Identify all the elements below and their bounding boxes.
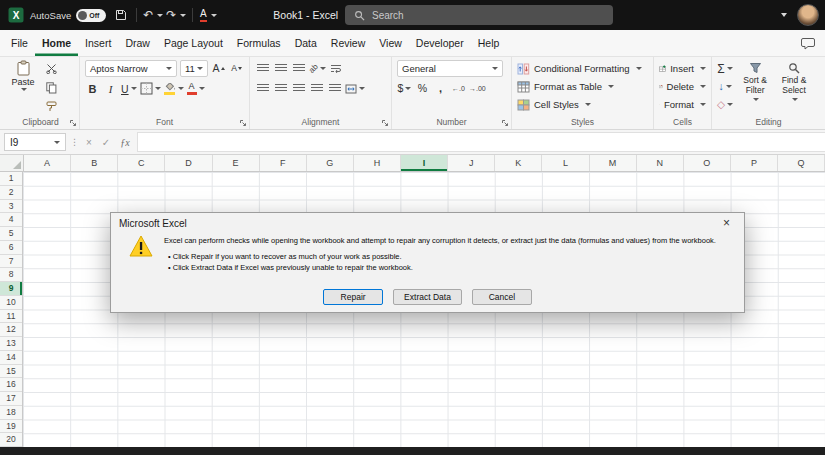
cut-button[interactable] xyxy=(44,60,59,77)
row-header-16[interactable]: 16 xyxy=(0,378,22,392)
menu-tab-data[interactable]: Data xyxy=(288,30,324,56)
center-button[interactable] xyxy=(273,80,288,97)
font-color-qat-button[interactable]: A xyxy=(199,4,217,26)
percent-style-button[interactable]: % xyxy=(415,80,430,97)
menu-tab-draw[interactable]: Draw xyxy=(118,30,157,56)
row-header-4[interactable]: 4 xyxy=(0,213,22,227)
row-header-1[interactable]: 1 xyxy=(0,172,22,186)
formula-input[interactable] xyxy=(137,132,825,152)
row-header-15[interactable]: 15 xyxy=(0,365,22,379)
menu-tab-file[interactable]: File xyxy=(4,30,35,56)
comma-style-button[interactable]: , xyxy=(433,80,448,97)
align-right-button[interactable] xyxy=(291,80,306,97)
row-header-20[interactable]: 20 xyxy=(0,433,22,447)
redo-button[interactable]: ↷ xyxy=(166,4,186,26)
row-header-17[interactable]: 17 xyxy=(0,392,22,406)
cancel-button[interactable]: Cancel xyxy=(472,289,532,305)
italic-button[interactable]: I xyxy=(103,80,118,97)
column-header-m[interactable]: M xyxy=(590,155,637,171)
enter-entry-icon[interactable]: ✓ xyxy=(99,137,113,148)
insert-function-icon[interactable]: ƒx xyxy=(117,137,132,148)
user-avatar[interactable] xyxy=(797,4,819,26)
column-header-b[interactable]: B xyxy=(71,155,118,171)
chevron-down-icon[interactable] xyxy=(54,141,60,144)
font-name-select[interactable]: Aptos Narrow xyxy=(85,60,177,77)
delete-cells-button[interactable]: Delete xyxy=(659,78,706,95)
number-dialog-launcher[interactable] xyxy=(501,119,509,127)
row-header-9[interactable]: 9 xyxy=(0,282,22,296)
ribbon-options-chevron-icon[interactable] xyxy=(781,13,787,17)
clear-button[interactable]: ◇ xyxy=(717,96,733,113)
sort-filter-button[interactable]: Sort & Filter xyxy=(738,60,772,114)
chevron-down-icon[interactable] xyxy=(180,14,186,17)
decrease-indent-button[interactable] xyxy=(309,80,324,97)
format-as-table-button[interactable]: Format as Table xyxy=(517,78,648,95)
menu-tab-formulas[interactable]: Formulas xyxy=(230,30,288,56)
row-header-13[interactable]: 13 xyxy=(0,337,22,351)
column-header-c[interactable]: C xyxy=(118,155,165,171)
name-box-resizer[interactable]: ⋮ xyxy=(70,137,79,147)
dialog-titlebar[interactable]: Microsoft Excel × xyxy=(111,213,744,233)
menu-tab-review[interactable]: Review xyxy=(324,30,372,56)
font-color-button[interactable]: A xyxy=(187,80,205,97)
extract-data-button[interactable]: Extract Data xyxy=(393,289,462,305)
comments-button[interactable] xyxy=(801,36,815,54)
repair-button[interactable]: Repair xyxy=(323,289,383,305)
column-header-d[interactable]: D xyxy=(165,155,212,171)
borders-button[interactable] xyxy=(140,80,161,97)
underline-button[interactable]: U xyxy=(121,80,137,97)
insert-cells-button[interactable]: Insert xyxy=(659,60,706,77)
column-header-k[interactable]: K xyxy=(495,155,542,171)
row-header-19[interactable]: 19 xyxy=(0,420,22,434)
row-header-8[interactable]: 8 xyxy=(0,268,22,282)
font-size-select[interactable]: 11 xyxy=(180,60,208,77)
search-input[interactable]: Search xyxy=(345,5,613,25)
alignment-dialog-launcher[interactable] xyxy=(381,119,389,127)
format-cells-button[interactable]: Format xyxy=(659,96,706,113)
row-header-12[interactable]: 12 xyxy=(0,323,22,337)
row-header-3[interactable]: 3 xyxy=(0,200,22,214)
cell-styles-button[interactable]: Cell Styles xyxy=(517,96,648,113)
dialog-close-button[interactable]: × xyxy=(717,214,736,232)
chevron-down-icon[interactable] xyxy=(21,88,27,91)
column-header-h[interactable]: H xyxy=(354,155,401,171)
column-header-n[interactable]: N xyxy=(637,155,684,171)
row-header-7[interactable]: 7 xyxy=(0,255,22,269)
font-dialog-launcher[interactable] xyxy=(239,119,247,127)
column-header-i[interactable]: I xyxy=(401,155,448,171)
menu-tab-home[interactable]: Home xyxy=(35,30,78,56)
bold-button[interactable]: B xyxy=(85,80,100,97)
increase-font-size-button[interactable]: A xyxy=(211,60,226,77)
row-header-10[interactable]: 10 xyxy=(0,296,22,310)
row-header-6[interactable]: 6 xyxy=(0,241,22,255)
merge-center-button[interactable] xyxy=(345,80,365,97)
autosave-control[interactable]: AutoSave Off xyxy=(30,9,106,22)
column-header-l[interactable]: L xyxy=(542,155,589,171)
format-painter-button[interactable] xyxy=(44,98,59,115)
column-header-f[interactable]: F xyxy=(260,155,307,171)
menu-tab-insert[interactable]: Insert xyxy=(78,30,118,56)
row-header-18[interactable]: 18 xyxy=(0,406,22,420)
menu-tab-view[interactable]: View xyxy=(372,30,409,56)
autosum-button[interactable]: Σ xyxy=(717,60,733,77)
row-header-14[interactable]: 14 xyxy=(0,351,22,365)
paste-button[interactable]: Paste xyxy=(7,60,39,114)
column-header-q[interactable]: Q xyxy=(778,155,825,171)
name-box[interactable]: I9 xyxy=(4,133,66,151)
chevron-down-icon[interactable] xyxy=(157,14,163,17)
find-select-button[interactable]: Find & Select xyxy=(777,60,811,114)
row-header-2[interactable]: 2 xyxy=(0,186,22,200)
undo-button[interactable]: ↶ xyxy=(143,4,163,26)
copy-button[interactable] xyxy=(44,79,59,96)
clipboard-dialog-launcher[interactable] xyxy=(69,119,77,127)
menu-tab-page-layout[interactable]: Page Layout xyxy=(157,30,230,56)
decrease-font-size-button[interactable]: A xyxy=(229,60,244,77)
save-button[interactable] xyxy=(112,4,130,26)
orientation-button[interactable]: ab xyxy=(309,60,326,77)
column-header-o[interactable]: O xyxy=(684,155,731,171)
column-header-g[interactable]: G xyxy=(307,155,354,171)
excel-app-icon[interactable]: X xyxy=(8,7,24,23)
conditional-formatting-button[interactable]: Conditional Formatting xyxy=(517,60,648,77)
menu-tab-help[interactable]: Help xyxy=(471,30,507,56)
column-header-j[interactable]: J xyxy=(448,155,495,171)
